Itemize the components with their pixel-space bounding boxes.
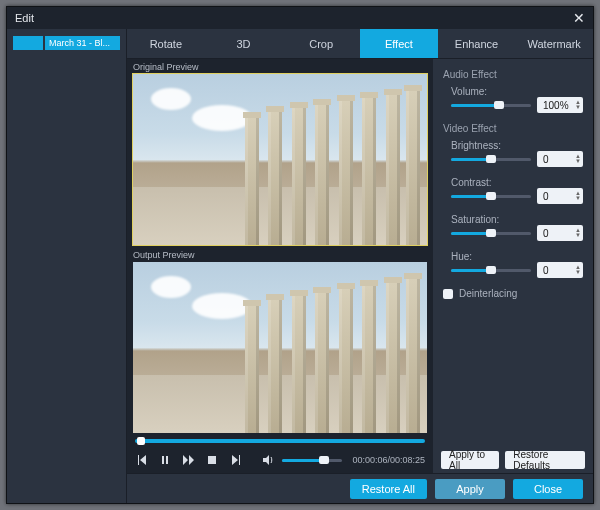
volume-value[interactable]: 100%▲▼ — [537, 97, 583, 113]
saturation-label: Saturation: — [443, 214, 583, 225]
deinterlacing-checkbox[interactable]: Deinterlacing — [443, 288, 583, 299]
contrast-label: Contrast: — [443, 177, 583, 188]
tab-effect[interactable]: Effect — [360, 29, 438, 58]
sidebar: March 31 - Bl... — [7, 29, 127, 503]
apply-to-all-button[interactable]: Apply to All — [441, 451, 499, 469]
contrast-slider[interactable] — [451, 191, 531, 201]
saturation-spinner[interactable]: ▲▼ — [575, 228, 581, 238]
deinterlacing-label: Deinterlacing — [459, 288, 517, 299]
fast-forward-button[interactable] — [182, 453, 195, 467]
saturation-slider[interactable] — [451, 228, 531, 238]
restore-defaults-button[interactable]: Restore Defaults — [505, 451, 585, 469]
clip-label: March 31 - Bl... — [45, 36, 120, 50]
brightness-spinner[interactable]: ▲▼ — [575, 154, 581, 164]
effects-panel: Audio Effect Volume: 100%▲▼ Video Effect… — [433, 59, 593, 447]
sidebar-clip-item[interactable]: March 31 - Bl... — [13, 35, 120, 51]
work-row: Original Preview Output P — [127, 59, 593, 473]
tab-watermark[interactable]: Watermark — [515, 29, 593, 58]
volume-label: Volume: — [443, 86, 583, 97]
effects-column: Audio Effect Volume: 100%▲▼ Video Effect… — [433, 59, 593, 473]
hue-value[interactable]: 0▲▼ — [537, 262, 583, 278]
svg-rect-0 — [208, 456, 216, 464]
pause-button[interactable] — [158, 453, 171, 467]
output-preview-label: Output Preview — [127, 247, 433, 262]
hue-label: Hue: — [443, 251, 583, 262]
tab-rotate[interactable]: Rotate — [127, 29, 205, 58]
hue-slider[interactable] — [451, 265, 531, 275]
volume-effect-slider[interactable] — [451, 100, 531, 110]
tab-crop[interactable]: Crop — [282, 29, 360, 58]
tab-enhance[interactable]: Enhance — [438, 29, 516, 58]
original-preview — [133, 74, 427, 245]
tab-bar: Rotate 3D Crop Effect Enhance Watermark — [127, 29, 593, 59]
apply-button[interactable]: Apply — [435, 479, 505, 499]
edit-window: Edit ✕ March 31 - Bl... Rotate 3D Crop E… — [6, 6, 594, 504]
contrast-spinner[interactable]: ▲▼ — [575, 191, 581, 201]
clip-thumbnail — [13, 36, 43, 50]
seek-bar[interactable] — [127, 435, 433, 447]
volume-slider[interactable] — [282, 455, 342, 465]
brightness-label: Brightness: — [443, 140, 583, 151]
close-button[interactable]: Close — [513, 479, 583, 499]
preview-column: Original Preview Output P — [127, 59, 433, 473]
checkbox-icon — [443, 289, 453, 299]
brightness-value[interactable]: 0▲▼ — [537, 151, 583, 167]
original-preview-label: Original Preview — [127, 59, 433, 74]
audio-section-label: Audio Effect — [443, 69, 583, 80]
tab-3d[interactable]: 3D — [205, 29, 283, 58]
hue-spinner[interactable]: ▲▼ — [575, 265, 581, 275]
panel-bottom: Apply to All Restore Defaults — [433, 447, 593, 473]
titlebar: Edit ✕ — [7, 7, 593, 29]
transport-bar: 00:00:06/00:08:25 — [127, 447, 433, 473]
timecode: 00:00:06/00:08:25 — [352, 455, 425, 465]
output-preview — [133, 262, 427, 433]
footer: Restore All Apply Close — [127, 473, 593, 503]
video-section-label: Video Effect — [443, 123, 583, 134]
main-area: Rotate 3D Crop Effect Enhance Watermark … — [127, 29, 593, 503]
volume-icon[interactable] — [262, 453, 276, 467]
next-frame-button[interactable] — [229, 453, 242, 467]
window-title: Edit — [15, 12, 34, 24]
saturation-value[interactable]: 0▲▼ — [537, 225, 583, 241]
prev-frame-button[interactable] — [135, 453, 148, 467]
brightness-slider[interactable] — [451, 154, 531, 164]
restore-all-button[interactable]: Restore All — [350, 479, 427, 499]
stop-button[interactable] — [205, 453, 218, 467]
volume-spinner[interactable]: ▲▼ — [575, 100, 581, 110]
contrast-value[interactable]: 0▲▼ — [537, 188, 583, 204]
content-area: March 31 - Bl... Rotate 3D Crop Effect E… — [7, 29, 593, 503]
close-icon[interactable]: ✕ — [573, 11, 585, 25]
